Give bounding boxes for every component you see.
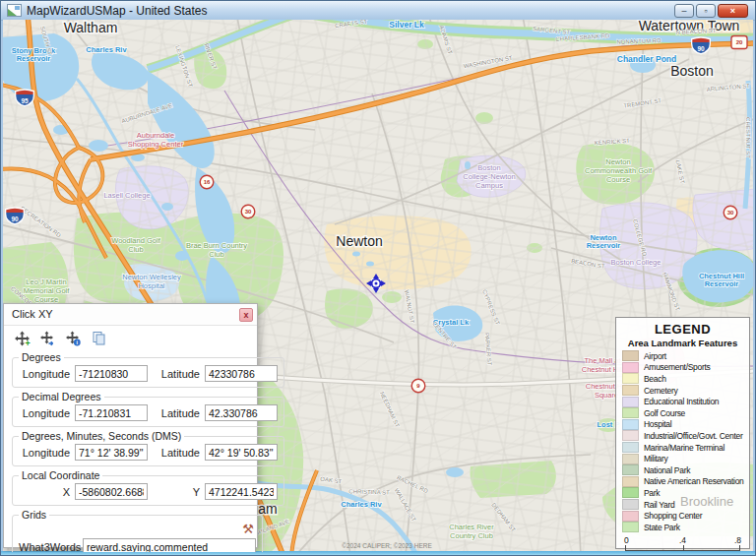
latitude-label: Latitude [157,368,200,380]
map-label: Charles Riv [86,45,127,54]
legend-label: Cemetery [644,386,677,396]
svg-text:30: 30 [727,210,734,216]
map-label: Newton Wellesley [122,273,181,281]
legend-swatch [622,407,639,418]
legend-item: Educational Institution [622,396,743,407]
map-label: Country Club [450,531,493,540]
legend-swatch [622,430,639,441]
legend-swatch [622,397,639,407]
legend-swatch [622,419,639,430]
map-label: Hospital [138,281,164,290]
legend-label: Airport [644,351,666,361]
legend-swatch [622,362,639,373]
local-coordinate-group-label: Local Coordinate [19,469,102,481]
map-label: Waltham [64,20,118,35]
legend-label: Golf Course [644,408,685,418]
legend-item: Hospital [622,419,743,431]
legend-label: Educational Institution [644,397,719,406]
map-label: Memorial Golf [24,286,71,295]
legend-item: Cemetery [622,385,743,397]
legend-label: State Park [644,523,680,532]
what3words-input[interactable] [83,538,256,552]
map-label: Chandler Pond [617,54,676,64]
map-label: Silver Lk [389,20,424,30]
legend-label: Park [644,488,660,498]
dms-longitude-input[interactable] [75,444,148,461]
local-x-input[interactable] [75,483,148,500]
maximize-button[interactable]: ▫ [696,4,716,18]
legend-swatch [622,454,639,464]
dms-group: Degrees, Minutes, Seconds (DMS) Longitud… [12,430,284,466]
legend-item: Shopping Center [622,510,743,522]
map-label: Lasell College [103,191,150,200]
map-label: Course [606,175,630,184]
longitude-label: Longitude [19,447,70,459]
coordinate-info-icon[interactable]: i [64,331,82,347]
map-label: Campus [475,181,503,190]
legend-item: Industrial/Office/Govt. Center [622,430,743,442]
decimal-longitude-input[interactable] [75,404,148,421]
scale-tick: 0 [624,535,629,545]
svg-text:90: 90 [11,216,19,222]
map-label-brookline: Brookline [680,494,733,509]
legend-swatch [622,385,639,396]
map-label: Club [128,245,143,254]
route-shield-30: 30 [241,205,255,218]
legend-label: Marina/Marine Terminal [644,443,724,453]
map-label: Boston [477,163,500,172]
legend-label: Native American Reservation [644,476,744,486]
map-label: Charles Riv [341,500,382,509]
map-label: Reservoir [587,241,621,250]
degrees-group: Degrees Longitude Latitude [12,351,284,388]
clickxy-close-button[interactable]: x [239,308,253,322]
map-label: Newton [605,157,630,166]
clickxy-panel: Click XY x + i Degrees Longitu [3,303,258,548]
copy-icon[interactable] [90,331,107,347]
map-label: Boston College [611,258,662,267]
what3words-label: What3Words [19,541,78,553]
close-button[interactable]: × [718,4,748,18]
app-window: MapWizardUSMap - United States – ▫ × [0,0,756,556]
legend-label: Beach [644,374,666,384]
goto-coordinate-icon[interactable] [38,331,56,347]
scale-bracket [625,545,740,551]
decimal-latitude-input[interactable] [205,404,278,421]
degrees-group-label: Degrees [19,351,64,363]
legend-item: Golf Course [622,407,743,419]
svg-text:90: 90 [697,45,705,52]
scale-tick: .8 [734,535,741,545]
svg-text:95: 95 [21,97,29,104]
pick-coordinate-icon[interactable]: + [13,331,31,347]
degrees-longitude-input[interactable] [75,365,148,382]
scale-unit: Miles [622,551,743,553]
local-y-input[interactable] [205,483,278,500]
legend-item: Airport [622,350,743,362]
map-label: College-Newton [463,172,515,181]
route-shield-9: 9 [411,379,425,393]
legend-title: LEGEND [622,322,743,337]
map-label: Reservoir [705,279,739,288]
map-copyright: ©2024 CALIPER; ©2023 HERE [342,542,432,549]
title-bar[interactable]: MapWizardUSMap - United States – ▫ × [1,1,755,21]
map-label: CHESTNUT ST [745,117,751,158]
grids-settings-icon[interactable]: ⚒ [240,523,256,536]
local-coordinate-group: Local Coordinate X Y [12,469,284,506]
legend-swatch [622,350,639,361]
dms-latitude-input[interactable] [205,444,278,461]
grids-group: Grids ⚒ What3Words [12,509,263,552]
degrees-latitude-input[interactable] [205,365,278,382]
legend-item: State Park [622,522,743,533]
legend-item: Beach [622,373,743,385]
clickxy-toolbar: + i [4,326,257,348]
window-title: MapWizardUSMap - United States [27,4,207,18]
legend-label: Rail Yard [644,500,674,510]
minimize-button[interactable]: – [674,4,694,18]
latitude-label: Latitude [157,407,200,419]
legend-label: Industrial/Office/Govt. Center [644,431,742,441]
legend-swatch [622,464,639,475]
legend-label: Shopping Center [644,511,702,521]
legend-label: Amusement/Sports [644,362,710,372]
map-label: Leo J Martin [26,278,66,286]
legend-swatch [622,487,639,498]
legend-item: Native American Reservation [622,476,743,488]
